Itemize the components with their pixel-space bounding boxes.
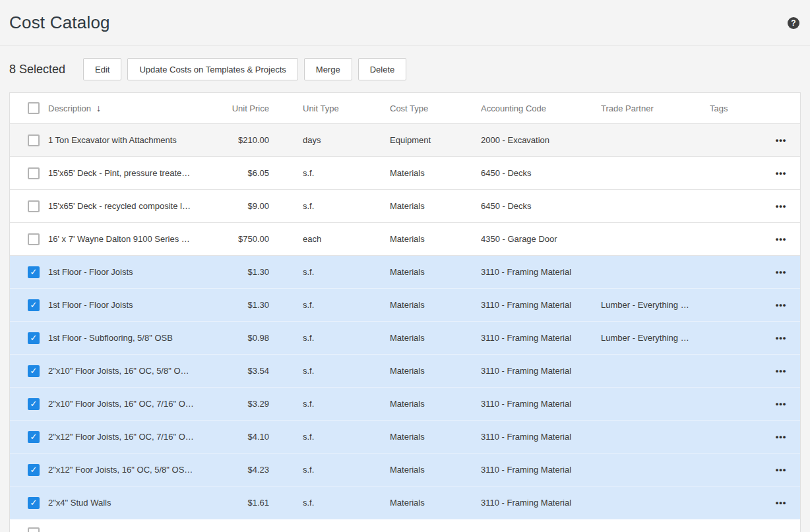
table-row[interactable]: ✓ 2"x4" Stud Walls $1.61 s.f. Materials … xyxy=(10,487,800,519)
table-row[interactable]: ✓ 1st Floor - Floor Joists $1.30 s.f. Ma… xyxy=(10,289,800,322)
row-menu-icon[interactable]: ••• xyxy=(774,231,788,247)
row-checkbox[interactable]: ✓ xyxy=(28,497,40,509)
table-row[interactable]: ✓ 2"x10" Floor Joists, 16" OC, 7/16" O… … xyxy=(10,388,800,421)
cell-cost-type: Materials xyxy=(390,201,481,211)
row-menu-icon[interactable]: ••• xyxy=(774,429,788,444)
column-header-unit-price[interactable]: Unit Price xyxy=(232,103,278,113)
table-row[interactable]: ✓ 2"x12" Foor Joists, 16" OC, 5/8" OS… $… xyxy=(10,454,800,487)
header-checkbox-cell xyxy=(10,102,48,114)
row-checkbox[interactable] xyxy=(28,134,40,146)
row-checkbox[interactable]: ✓ xyxy=(28,365,40,377)
cell-unit-type: s.f. xyxy=(278,366,390,376)
cell-accounting-code: 4350 - Garage Door xyxy=(481,234,601,244)
cell-accounting-code: 3110 - Framing Material xyxy=(481,399,601,409)
cell-description: 15'x65' Deck - recycled composite l… xyxy=(48,201,232,211)
cell-description: 2"x4" Stud Walls xyxy=(48,498,232,508)
row-menu-icon[interactable]: ••• xyxy=(774,396,788,411)
help-icon[interactable]: ? xyxy=(788,17,799,29)
row-menu-icon[interactable]: ••• xyxy=(774,133,788,148)
cell-accounting-code: 3110 - Framing Material xyxy=(481,300,601,310)
row-checkbox[interactable]: ✓ xyxy=(28,464,40,476)
row-checkbox[interactable]: ✓ xyxy=(28,398,40,410)
page-header: Cost Catalog ? xyxy=(0,0,810,46)
row-checkbox[interactable] xyxy=(28,527,40,532)
cell-unit-type: s.f. xyxy=(278,399,390,409)
delete-button[interactable]: Delete xyxy=(358,58,407,80)
row-menu-icon[interactable]: ••• xyxy=(774,297,788,312)
cell-description: 1st Floor - Floor Joists xyxy=(48,267,232,277)
row-menu-icon[interactable]: ••• xyxy=(774,198,788,214)
table-row[interactable]: ✓ 1st Floor - Subflooring, 5/8" OSB $0.9… xyxy=(10,322,800,355)
cell-unit-price: $1.61 xyxy=(232,498,278,508)
cell-unit-type: s.f. xyxy=(278,333,390,343)
edit-button[interactable]: Edit xyxy=(83,58,121,80)
cell-cost-type: Materials xyxy=(390,267,481,277)
cell-accounting-code: 3110 - Framing Material xyxy=(481,465,601,475)
update-costs-button[interactable]: Update Costs on Templates & Projects xyxy=(127,58,297,80)
cell-accounting-code: 3110 - Framing Material xyxy=(481,432,601,442)
row-checkbox[interactable] xyxy=(28,200,40,212)
cell-unit-price: $4.23 xyxy=(232,465,278,475)
cell-description: 16' x 7' Wayne Dalton 9100 Series … xyxy=(48,234,232,244)
column-header-unit-type[interactable]: Unit Type xyxy=(278,103,390,113)
cell-unit-price: $1.30 xyxy=(232,300,278,310)
cell-cost-type: Equipment xyxy=(390,135,481,145)
cell-unit-price: $210.00 xyxy=(232,135,278,145)
row-menu-icon[interactable]: ••• xyxy=(774,495,788,510)
table-row[interactable]: ✓ 1st Floor - Floor Joists $1.30 s.f. Ma… xyxy=(10,256,800,289)
table-row[interactable]: 15'x65' Deck - Pint, pressure treate… $6… xyxy=(10,157,800,190)
column-header-tags[interactable]: Tags xyxy=(710,103,762,113)
cell-accounting-code: 6450 - Decks xyxy=(481,201,601,211)
cell-cost-type: Materials xyxy=(390,234,481,244)
select-all-checkbox[interactable] xyxy=(28,102,40,114)
table-header-row: Description↓ Unit Price Unit Type Cost T… xyxy=(10,93,800,124)
cell-description: 1st Floor - Floor Joists xyxy=(48,300,232,310)
cell-accounting-code: 2000 - Excavation xyxy=(481,135,601,145)
row-checkbox[interactable]: ✓ xyxy=(28,431,40,443)
cell-unit-type: s.f. xyxy=(278,267,390,277)
row-menu-icon[interactable]: ••• xyxy=(774,264,788,280)
row-menu-icon[interactable]: ••• xyxy=(774,462,788,477)
row-menu-icon[interactable]: ••• xyxy=(774,330,788,345)
column-header-description[interactable]: Description↓ xyxy=(48,103,232,113)
cell-accounting-code: 3110 - Framing Material xyxy=(481,333,601,343)
cell-cost-type: Materials xyxy=(390,432,481,442)
cell-accounting-code: 3110 - Framing Material xyxy=(481,366,601,376)
cell-accounting-code: 3110 - Framing Material xyxy=(481,267,601,277)
column-header-trade-partner[interactable]: Trade Partner xyxy=(601,103,710,113)
cell-unit-type: s.f. xyxy=(278,465,390,475)
column-header-accounting-code[interactable]: Accounting Code xyxy=(481,103,601,113)
partial-row[interactable] xyxy=(10,519,800,532)
column-header-cost-type[interactable]: Cost Type xyxy=(390,103,481,113)
cell-cost-type: Materials xyxy=(390,168,481,178)
cell-description: 1 Ton Excavator with Attachments xyxy=(48,135,232,145)
row-checkbox[interactable] xyxy=(28,233,40,245)
table-row[interactable]: 15'x65' Deck - recycled composite l… $9.… xyxy=(10,190,800,223)
table-row[interactable]: 1 Ton Excavator with Attachments $210.00… xyxy=(10,124,800,157)
table-row[interactable]: 16' x 7' Wayne Dalton 9100 Series … $750… xyxy=(10,223,800,256)
row-checkbox[interactable]: ✓ xyxy=(28,266,40,278)
row-menu-icon[interactable]: ••• xyxy=(774,165,788,181)
table-row[interactable]: ✓ 2"x10" Floor Joists, 16" OC, 5/8" O… $… xyxy=(10,355,800,388)
cell-description: 2"x10" Floor Joists, 16" OC, 7/16" O… xyxy=(48,399,232,409)
row-checkbox[interactable] xyxy=(28,167,40,179)
selected-count: 8 Selected xyxy=(9,63,65,76)
cell-cost-type: Materials xyxy=(390,498,481,508)
row-menu-icon[interactable]: ••• xyxy=(774,363,788,378)
cell-unit-price: $1.30 xyxy=(232,267,278,277)
row-checkbox[interactable]: ✓ xyxy=(28,332,40,344)
cell-unit-price: $750.00 xyxy=(232,234,278,244)
row-checkbox[interactable]: ✓ xyxy=(28,299,40,311)
cell-description: 2"x10" Floor Joists, 16" OC, 5/8" O… xyxy=(48,366,232,376)
cell-unit-type: each xyxy=(278,234,390,244)
cell-unit-type: s.f. xyxy=(278,300,390,310)
sort-descending-icon[interactable]: ↓ xyxy=(96,103,101,113)
cell-description: 15'x65' Deck - Pint, pressure treate… xyxy=(48,168,232,178)
cell-unit-price: $3.54 xyxy=(232,366,278,376)
page-title: Cost Catalog xyxy=(9,13,110,33)
table-row[interactable]: ✓ 2"x12" Floor Joists, 16" OC, 7/16" O… … xyxy=(10,421,800,454)
merge-button[interactable]: Merge xyxy=(304,58,352,80)
cell-unit-type: s.f. xyxy=(278,201,390,211)
cell-accounting-code: 3110 - Framing Material xyxy=(481,498,601,508)
cell-description: 2"x12" Foor Joists, 16" OC, 5/8" OS… xyxy=(48,465,232,475)
